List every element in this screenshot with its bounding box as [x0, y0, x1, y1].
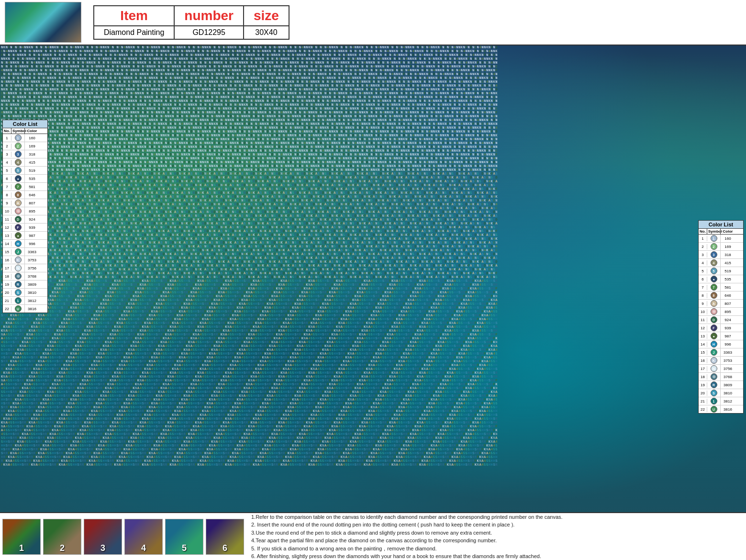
instruction-line: 3.Use the round end of the pen to stick … — [251, 529, 739, 537]
color-code: 939 — [25, 225, 39, 230]
color-code: 3816 — [25, 306, 39, 312]
list-item: 4 4 415 — [3, 158, 47, 167]
list-item: 9 A 807 — [699, 300, 743, 308]
color-number: 16 — [3, 258, 11, 263]
header-color-r: Color — [721, 229, 735, 234]
list-item: 13 ● 987 — [3, 232, 47, 240]
color-code: 3810 — [25, 290, 39, 295]
color-symbol: 5 — [707, 267, 721, 275]
color-symbol: U — [11, 305, 25, 313]
color-number: 7 — [3, 184, 11, 190]
symbol-circle: ◎ — [711, 308, 717, 315]
symbol-circle: J — [711, 349, 717, 356]
color-code: 646 — [721, 293, 735, 298]
list-item: 3 3 318 — [699, 251, 743, 259]
symbol-circle: 4 — [15, 159, 22, 166]
instruction-line: 4.Tear apart the partial film and place … — [251, 537, 739, 545]
symbol-circle: 5 — [15, 167, 22, 174]
color-symbol: 1 — [11, 297, 25, 304]
color-number: 17 — [699, 366, 707, 371]
color-code: 987 — [25, 233, 39, 238]
thumbnail-number: 2 — [60, 543, 65, 553]
color-rows-right: 1 1 160 2 2 169 3 3 318 4 4 415 5 — [699, 235, 743, 413]
thumbnail-number: 4 — [141, 543, 146, 553]
color-symbol: D — [707, 316, 721, 324]
color-number: 12 — [3, 225, 11, 230]
item-col-header: Item — [94, 6, 174, 26]
instruction-line: 6. After finishing, slightly press down … — [251, 552, 739, 560]
color-number: 13 — [3, 233, 11, 238]
list-item: 10 ◎ 895 — [699, 308, 743, 316]
color-symbol: ◎ — [11, 272, 25, 280]
color-number: 3 — [699, 252, 707, 258]
symbol-circle: D — [15, 216, 22, 223]
color-code: 415 — [25, 160, 39, 165]
symbol-circle: H — [15, 240, 22, 247]
color-code: 169 — [721, 244, 735, 249]
symbol-circle: R — [711, 381, 717, 388]
color-code: 924 — [721, 317, 735, 323]
symbol-circle: 3 — [711, 251, 717, 258]
color-symbol: ● — [11, 175, 25, 182]
symbol-circle: 1 — [15, 134, 22, 141]
color-symbol: 2 — [11, 142, 25, 150]
number-col-header: number — [174, 6, 244, 26]
symbol-circle: F — [15, 224, 22, 231]
color-symbol: K — [707, 357, 721, 364]
list-item: 4 4 415 — [699, 259, 743, 267]
color-number: 21 — [3, 298, 11, 303]
instructions: 1.Refer to the comparison table on the c… — [246, 511, 744, 560]
color-number: 7 — [699, 285, 707, 290]
symbol-circle: 3 — [15, 151, 22, 157]
symbol-circle: K — [15, 257, 22, 263]
color-symbol: ◎ — [11, 207, 25, 215]
item-number: GD12295 — [174, 26, 244, 39]
color-list-right: Color List No. Symbol Color 1 1 160 2 2 … — [698, 220, 744, 414]
color-code: 535 — [25, 176, 39, 181]
color-code: 3768 — [721, 374, 735, 380]
landscape-background — [0, 45, 746, 515]
list-item: 17 N 3756 — [699, 365, 743, 373]
color-symbol: 5 — [11, 167, 25, 174]
color-symbol: 4 — [707, 259, 721, 267]
header-color: Color — [25, 128, 39, 134]
color-code: 3363 — [721, 350, 735, 355]
symbol-circle: N — [711, 365, 717, 372]
list-item: 5 5 519 — [699, 267, 743, 275]
color-number: 5 — [699, 269, 707, 274]
symbol-circle: ● — [15, 175, 22, 182]
color-symbol: F — [11, 224, 25, 231]
color-code: 535 — [721, 277, 735, 282]
list-item: 15 J 3363 — [699, 348, 743, 357]
list-item: 16 K 3753 — [3, 256, 47, 264]
color-number: 4 — [699, 260, 707, 266]
color-code: 519 — [25, 168, 39, 173]
color-number: 19 — [699, 382, 707, 388]
size-col-header: size — [244, 6, 289, 26]
list-item: 8 8 646 — [699, 291, 743, 300]
list-item: 19 R 3809 — [699, 381, 743, 389]
color-number: 16 — [699, 358, 707, 363]
list-item: 2 2 169 — [3, 142, 47, 150]
color-number: 13 — [699, 334, 707, 339]
color-code: 939 — [721, 325, 735, 331]
color-code: 996 — [721, 342, 735, 347]
list-item: 5 5 519 — [3, 167, 47, 175]
color-code: 3363 — [25, 249, 39, 255]
list-item: 20 S 3810 — [699, 389, 743, 397]
color-number: 9 — [3, 201, 11, 206]
list-item: 3 3 318 — [3, 150, 47, 158]
list-item: 13 ● 987 — [699, 332, 743, 340]
color-number: 2 — [699, 244, 707, 249]
list-item: 22 U 3816 — [3, 305, 47, 313]
color-symbol: N — [707, 365, 721, 372]
color-number: 20 — [3, 290, 11, 295]
color-code: 996 — [25, 241, 39, 246]
color-number: 6 — [699, 277, 707, 282]
list-item: 14 H 996 — [699, 340, 743, 348]
thumbnail-number: 6 — [223, 543, 227, 553]
color-number: 15 — [699, 350, 707, 355]
symbol-circle: 2 — [15, 143, 22, 149]
symbol-circle: 7 — [711, 284, 717, 291]
color-code: 3753 — [25, 258, 39, 263]
